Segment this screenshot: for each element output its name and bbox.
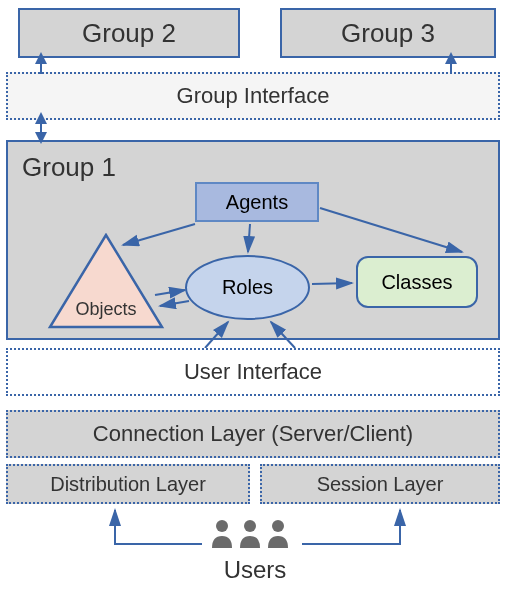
- users-label-box: Users: [210, 555, 300, 585]
- arrow-down-icon: [35, 132, 47, 144]
- group1-label: Group 1: [22, 152, 116, 183]
- users-icon-group: [210, 518, 290, 548]
- objects-label: Objects: [75, 299, 136, 319]
- user-interface-box: User Interface: [6, 348, 500, 396]
- svg-point-10: [244, 520, 256, 532]
- roles-label: Roles: [222, 276, 273, 299]
- roles-ellipse: Roles: [185, 255, 310, 320]
- connection-layer-label: Connection Layer (Server/Client): [93, 421, 413, 447]
- arrow-up-icon: [445, 52, 457, 64]
- user-icon: [238, 518, 262, 548]
- classes-box: Classes: [356, 256, 478, 308]
- group-interface-label: Group Interface: [177, 83, 330, 109]
- arrow-up-icon: [35, 52, 47, 64]
- group2-label: Group 2: [82, 18, 176, 49]
- user-interface-label: User Interface: [184, 359, 322, 385]
- distribution-layer-label: Distribution Layer: [50, 473, 206, 496]
- connection-layer-box: Connection Layer (Server/Client): [6, 410, 500, 458]
- users-label: Users: [224, 556, 287, 584]
- classes-label: Classes: [381, 271, 452, 294]
- group3-box: Group 3: [280, 8, 496, 58]
- group-interface-box: Group Interface: [6, 72, 500, 120]
- user-icon: [266, 518, 290, 548]
- arrow-up-icon: [35, 112, 47, 124]
- session-layer-label: Session Layer: [317, 473, 444, 496]
- objects-triangle: Objects: [46, 233, 166, 331]
- group2-box: Group 2: [18, 8, 240, 58]
- agents-label: Agents: [226, 191, 288, 214]
- user-icon: [210, 518, 234, 548]
- agents-box: Agents: [195, 182, 319, 222]
- svg-point-11: [272, 520, 284, 532]
- svg-point-9: [216, 520, 228, 532]
- group3-label: Group 3: [341, 18, 435, 49]
- distribution-layer-box: Distribution Layer: [6, 464, 250, 504]
- session-layer-box: Session Layer: [260, 464, 500, 504]
